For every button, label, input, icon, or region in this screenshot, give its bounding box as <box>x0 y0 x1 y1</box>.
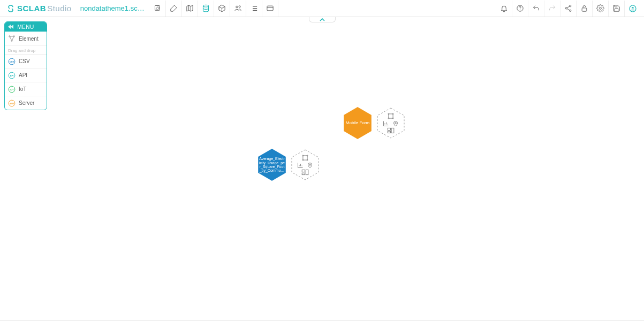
svg-rect-40 <box>306 170 308 174</box>
canvas-node-label: Average_Electricity_Usage_per_Square_Foo… <box>256 149 288 181</box>
edit-canvas-button[interactable] <box>150 1 166 17</box>
edit-note-button[interactable] <box>166 1 182 17</box>
canvas[interactable]: Mobile Form Average_Electricity_Usage_pe… <box>0 17 644 321</box>
svg-point-29 <box>395 123 397 124</box>
cube-button[interactable] <box>214 1 230 17</box>
layout-icon[interactable] <box>387 127 395 134</box>
canvas-node[interactable]: Mobile Form <box>342 107 374 139</box>
share-button[interactable] <box>560 1 577 17</box>
chart-icon[interactable] <box>297 162 304 169</box>
help-button[interactable] <box>512 1 528 17</box>
canvas-node-label: Mobile Form <box>342 107 374 139</box>
data-button[interactable] <box>198 1 214 17</box>
place-icon[interactable] <box>301 154 309 162</box>
users-button[interactable] <box>230 1 246 17</box>
svg-rect-30 <box>388 128 390 130</box>
svg-rect-32 <box>388 131 390 133</box>
redo-button[interactable] <box>544 1 560 17</box>
svg-point-11 <box>600 7 602 10</box>
brand: SCLAB Studio <box>3 4 75 13</box>
card-button[interactable] <box>262 1 278 17</box>
canvas-node-attach[interactable] <box>375 107 407 139</box>
canvas-node[interactable]: Average_Electricity_Usage_per_Square_Foo… <box>256 149 288 181</box>
settings-button[interactable] <box>593 1 609 17</box>
publish-button[interactable] <box>625 1 641 17</box>
undo-button[interactable] <box>528 1 544 17</box>
save-button[interactable] <box>609 1 625 17</box>
svg-point-6 <box>520 10 520 10</box>
svg-rect-31 <box>391 128 394 133</box>
svg-rect-41 <box>302 173 305 175</box>
svg-rect-39 <box>302 170 305 172</box>
project-name[interactable]: nondatatheme1.sc… <box>75 4 150 12</box>
svg-point-3 <box>239 6 240 7</box>
svg-point-2 <box>236 6 238 8</box>
brand-suffix: Studio <box>47 4 72 13</box>
place-icon[interactable] <box>387 112 395 120</box>
location-icon[interactable] <box>307 162 313 169</box>
notifications-button[interactable] <box>496 1 512 17</box>
svg-point-1 <box>203 5 208 7</box>
top-toolbar: SCLAB Studio nondatatheme1.sc… <box>0 0 644 17</box>
svg-rect-4 <box>267 6 273 11</box>
brand-logo-icon <box>6 4 15 13</box>
list-button[interactable] <box>246 1 262 17</box>
layout-icon[interactable] <box>301 169 309 175</box>
map-button[interactable] <box>182 1 198 17</box>
chart-icon[interactable] <box>383 120 389 127</box>
canvas-node-attach[interactable] <box>289 149 321 181</box>
lock-button[interactable] <box>577 1 593 17</box>
location-icon[interactable] <box>392 120 399 127</box>
svg-rect-10 <box>582 8 587 11</box>
svg-point-38 <box>309 164 311 166</box>
brand-name: SCLAB <box>17 4 46 13</box>
